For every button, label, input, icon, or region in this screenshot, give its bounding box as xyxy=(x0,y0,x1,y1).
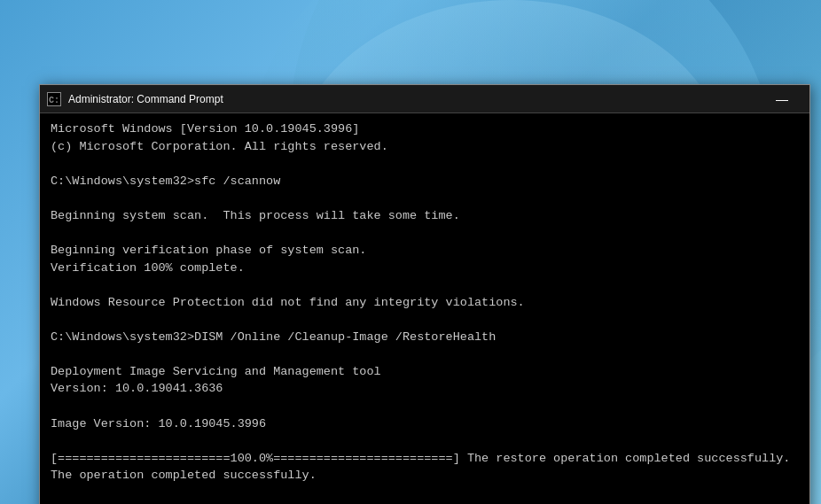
terminal-empty-line xyxy=(51,485,799,502)
terminal-empty-line xyxy=(51,345,799,363)
svg-text:C:\: C:\ xyxy=(49,96,60,105)
terminal-line: Microsoft Windows [Version 10.0.19045.39… xyxy=(51,120,799,138)
window-title: Administrator: Command Prompt xyxy=(68,93,223,105)
terminal-line: The operation completed successfully. xyxy=(51,467,799,485)
title-bar-left: C:\ Administrator: Command Prompt xyxy=(47,92,223,106)
terminal-empty-line xyxy=(51,398,799,415)
terminal-line: (c) Microsoft Corporation. All rights re… xyxy=(51,138,799,156)
terminal-line: [========================100.0%=========… xyxy=(51,450,799,468)
cmd-window: C:\ Administrator: Command Prompt — Micr… xyxy=(39,84,810,504)
title-bar: C:\ Administrator: Command Prompt — xyxy=(40,85,809,113)
cmd-icon: C:\ xyxy=(47,92,61,106)
terminal-line: C:\Windows\system32>DISM /Online /Cleanu… xyxy=(51,329,799,346)
terminal-empty-line xyxy=(51,276,799,294)
terminal-empty-line xyxy=(51,190,799,207)
terminal-line: Windows Resource Protection did not find… xyxy=(51,294,799,312)
terminal-body[interactable]: Microsoft Windows [Version 10.0.19045.39… xyxy=(40,113,809,504)
terminal-empty-line xyxy=(51,432,799,450)
terminal-empty-line xyxy=(51,224,799,242)
title-bar-controls: — xyxy=(762,85,802,113)
terminal-empty-line xyxy=(51,155,799,173)
terminal-line: Beginning verification phase of system s… xyxy=(51,242,799,260)
terminal-line: C:\Windows\system32>sfc /scannow xyxy=(51,173,799,190)
terminal-line: Verification 100% complete. xyxy=(51,260,799,277)
terminal-empty-line xyxy=(51,311,799,329)
terminal-line: Deployment Image Servicing and Managemen… xyxy=(51,363,799,381)
minimize-button[interactable]: — xyxy=(762,85,802,113)
terminal-line: Version: 10.0.19041.3636 xyxy=(51,380,799,398)
terminal-line: Beginning system scan. This process will… xyxy=(51,207,799,225)
terminal-line: Image Version: 10.0.19045.3996 xyxy=(51,415,799,433)
